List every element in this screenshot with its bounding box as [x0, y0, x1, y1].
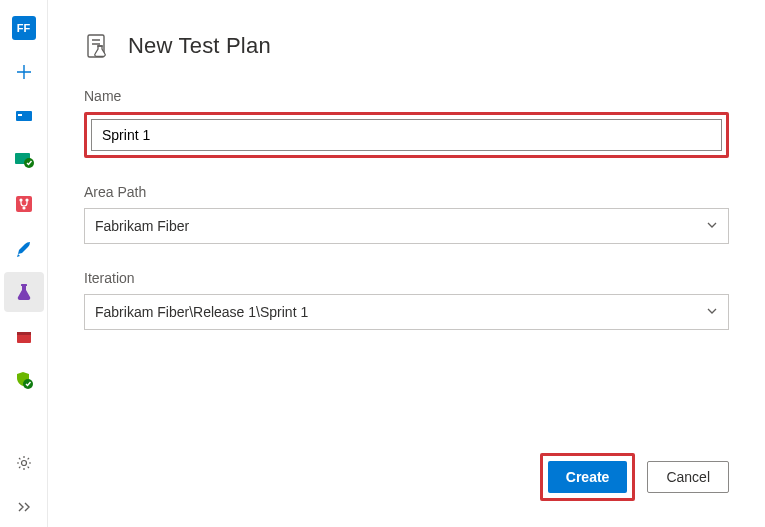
sidebar-logo[interactable]: FF [4, 8, 44, 48]
shield-check-icon [14, 370, 34, 390]
chevron-down-icon [706, 218, 718, 234]
package-icon [15, 327, 33, 345]
svg-rect-14 [97, 45, 103, 47]
field-group-name: Name [84, 88, 729, 158]
area-path-dropdown[interactable]: Fabrikam Fiber [84, 208, 729, 244]
gear-icon [16, 455, 32, 471]
svg-rect-10 [17, 332, 31, 335]
area-path-value: Fabrikam Fiber [95, 218, 189, 234]
branch-icon [15, 195, 33, 213]
sidebar-repos[interactable] [4, 140, 44, 180]
name-input[interactable] [91, 119, 722, 151]
sidebar: FF [0, 0, 48, 527]
svg-point-12 [21, 461, 26, 466]
cancel-button[interactable]: Cancel [647, 461, 729, 493]
footer-actions: Create Cancel [84, 453, 729, 501]
sidebar-test-plans-alt[interactable] [4, 228, 44, 268]
chevron-double-right-icon [16, 499, 32, 515]
name-label: Name [84, 88, 729, 104]
svg-rect-8 [21, 284, 27, 286]
iteration-dropdown[interactable]: Fabrikam Fiber\Release 1\Sprint 1 [84, 294, 729, 330]
card-check-icon [14, 150, 34, 170]
page-title: New Test Plan [128, 33, 271, 59]
sidebar-compliance[interactable] [4, 360, 44, 400]
area-path-label: Area Path [84, 184, 729, 200]
page-header: New Test Plan [84, 32, 729, 60]
sidebar-test-plans[interactable] [4, 272, 44, 312]
sidebar-artifacts[interactable] [4, 316, 44, 356]
name-highlight [84, 112, 729, 158]
project-logo-icon: FF [12, 16, 36, 40]
boards-icon [15, 107, 33, 125]
field-group-area-path: Area Path Fabrikam Fiber [84, 184, 729, 244]
test-flask-icon [15, 283, 33, 301]
svg-rect-1 [18, 114, 22, 116]
sidebar-boards[interactable] [4, 96, 44, 136]
chevron-down-icon [706, 304, 718, 320]
svg-point-7 [22, 206, 25, 209]
sidebar-settings[interactable] [4, 443, 44, 483]
create-button[interactable]: Create [548, 461, 628, 493]
rocket-icon [15, 239, 33, 257]
create-highlight: Create [540, 453, 636, 501]
sidebar-expand[interactable] [4, 487, 44, 527]
field-group-iteration: Iteration Fabrikam Fiber\Release 1\Sprin… [84, 270, 729, 330]
iteration-value: Fabrikam Fiber\Release 1\Sprint 1 [95, 304, 308, 320]
sidebar-pipelines[interactable] [4, 184, 44, 224]
plus-icon [16, 64, 32, 80]
sidebar-add[interactable] [4, 52, 44, 92]
test-plan-page-icon [84, 32, 112, 60]
main-panel: New Test Plan Name Area Path Fabrikam Fi… [48, 0, 765, 527]
iteration-label: Iteration [84, 270, 729, 286]
svg-rect-4 [16, 196, 32, 212]
